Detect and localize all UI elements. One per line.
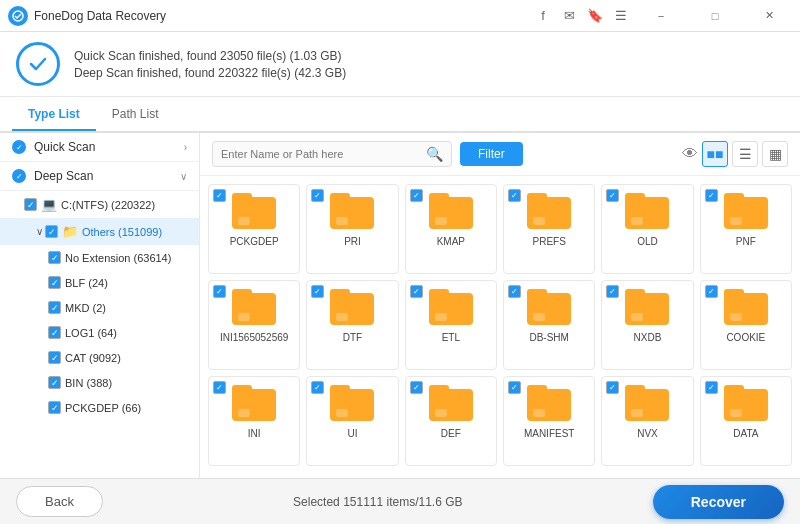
toolbar: 🔍 Filter 👁 ■■ ☰ ▦ bbox=[200, 133, 800, 176]
file-checkbox[interactable] bbox=[213, 381, 226, 394]
quick-scan-label: Quick Scan bbox=[34, 140, 95, 154]
file-checkbox[interactable] bbox=[508, 381, 521, 394]
sub-item-checkbox[interactable] bbox=[48, 401, 61, 414]
back-button[interactable]: Back bbox=[16, 486, 103, 517]
tab-type-list[interactable]: Type List bbox=[12, 99, 96, 131]
file-name: INI1565052569 bbox=[220, 331, 288, 344]
file-item[interactable]: DB-SHM bbox=[503, 280, 595, 370]
folder-icon bbox=[429, 385, 473, 421]
file-item[interactable]: PNF bbox=[700, 184, 792, 274]
file-item[interactable]: OLD bbox=[601, 184, 693, 274]
others-checkbox[interactable] bbox=[45, 225, 58, 238]
message-icon[interactable]: ✉ bbox=[560, 7, 578, 25]
sidebar-sub-item[interactable]: MKD (2) bbox=[0, 295, 199, 320]
file-name: DTF bbox=[343, 331, 362, 344]
status-text: Selected 151111 items/11.6 GB bbox=[293, 495, 462, 509]
deep-scan-chevron: ∨ bbox=[180, 171, 187, 182]
file-item[interactable]: DEF bbox=[405, 376, 497, 466]
file-name: MANIFEST bbox=[524, 427, 575, 440]
sidebar-sub-item[interactable]: CAT (9092) bbox=[0, 345, 199, 370]
filter-button[interactable]: Filter bbox=[460, 142, 523, 166]
others-folder-icon: 📁 bbox=[62, 224, 78, 239]
file-checkbox[interactable] bbox=[705, 381, 718, 394]
folder-icon bbox=[527, 193, 571, 229]
drive-icon: 💻 bbox=[41, 197, 57, 212]
sub-item-checkbox[interactable] bbox=[48, 351, 61, 364]
folder-icon bbox=[625, 193, 669, 229]
file-name: PREFS bbox=[532, 235, 565, 248]
file-checkbox[interactable] bbox=[410, 381, 423, 394]
file-checkbox[interactable] bbox=[606, 189, 619, 202]
folder-icon bbox=[527, 385, 571, 421]
file-checkbox[interactable] bbox=[508, 189, 521, 202]
minimize-button[interactable]: − bbox=[638, 0, 684, 32]
file-item[interactable]: INI bbox=[208, 376, 300, 466]
folder-icon bbox=[625, 385, 669, 421]
sidebar-sub-item[interactable]: BLF (24) bbox=[0, 270, 199, 295]
detail-view-button[interactable]: ▦ bbox=[762, 141, 788, 167]
file-checkbox[interactable] bbox=[213, 189, 226, 202]
sub-item-checkbox[interactable] bbox=[48, 326, 61, 339]
file-checkbox[interactable] bbox=[508, 285, 521, 298]
file-item[interactable]: UI bbox=[306, 376, 398, 466]
others-label: Others (151099) bbox=[82, 226, 162, 238]
file-item[interactable]: MANIFEST bbox=[503, 376, 595, 466]
sidebar-sub-item[interactable]: BIN (388) bbox=[0, 370, 199, 395]
facebook-icon[interactable]: f bbox=[534, 7, 552, 25]
file-name: KMAP bbox=[437, 235, 465, 248]
sub-item-label: BLF (24) bbox=[65, 277, 108, 289]
close-button[interactable]: ✕ bbox=[746, 0, 792, 32]
file-item[interactable]: DATA bbox=[700, 376, 792, 466]
file-checkbox[interactable] bbox=[410, 189, 423, 202]
sidebar-sub-item[interactable]: LOG1 (64) bbox=[0, 320, 199, 345]
sub-item-label: BIN (388) bbox=[65, 377, 112, 389]
file-checkbox[interactable] bbox=[705, 189, 718, 202]
file-name: NVX bbox=[637, 427, 658, 440]
file-item[interactable]: NVX bbox=[601, 376, 693, 466]
folder-icon bbox=[724, 193, 768, 229]
sidebar-others-folder[interactable]: ∨ 📁 Others (151099) bbox=[0, 218, 199, 245]
file-item[interactable]: KMAP bbox=[405, 184, 497, 274]
file-item[interactable]: PREFS bbox=[503, 184, 595, 274]
app-body: Quick Scan finished, found 23050 file(s)… bbox=[0, 32, 800, 524]
sidebar-sub-item[interactable]: No Extension (63614) bbox=[0, 245, 199, 270]
file-name: INI bbox=[248, 427, 261, 440]
deep-scan-label: Deep Scan bbox=[34, 169, 93, 183]
file-checkbox[interactable] bbox=[705, 285, 718, 298]
grid-view-button[interactable]: ■■ bbox=[702, 141, 728, 167]
sub-item-checkbox[interactable] bbox=[48, 251, 61, 264]
eye-icon[interactable]: 👁 bbox=[682, 145, 698, 163]
drive-checkbox[interactable] bbox=[24, 198, 37, 211]
file-checkbox[interactable] bbox=[311, 285, 324, 298]
sub-item-checkbox[interactable] bbox=[48, 276, 61, 289]
file-item[interactable]: ETL bbox=[405, 280, 497, 370]
sidebar-drive-item[interactable]: 💻 C:(NTFS) (220322) bbox=[0, 191, 199, 218]
header-text-block: Quick Scan finished, found 23050 file(s)… bbox=[74, 49, 346, 80]
tab-path-list[interactable]: Path List bbox=[96, 99, 175, 131]
sub-item-checkbox[interactable] bbox=[48, 376, 61, 389]
file-item[interactable]: PCKGDEP bbox=[208, 184, 300, 274]
search-input[interactable] bbox=[221, 148, 426, 160]
file-checkbox[interactable] bbox=[213, 285, 226, 298]
recover-button[interactable]: Recover bbox=[653, 485, 784, 519]
file-checkbox[interactable] bbox=[410, 285, 423, 298]
file-item[interactable]: COOKIE bbox=[700, 280, 792, 370]
file-name: OLD bbox=[637, 235, 658, 248]
search-icon: 🔍 bbox=[426, 146, 443, 162]
file-item[interactable]: INI1565052569 bbox=[208, 280, 300, 370]
maximize-button[interactable]: □ bbox=[692, 0, 738, 32]
sub-item-checkbox[interactable] bbox=[48, 301, 61, 314]
sidebar-quick-scan[interactable]: Quick Scan › bbox=[0, 133, 199, 162]
bookmark-icon[interactable]: 🔖 bbox=[586, 7, 604, 25]
sidebar-sub-item[interactable]: PCKGDEP (66) bbox=[0, 395, 199, 420]
sidebar-deep-scan[interactable]: Deep Scan ∨ bbox=[0, 162, 199, 191]
list-view-button[interactable]: ☰ bbox=[732, 141, 758, 167]
menu-icon[interactable]: ☰ bbox=[612, 7, 630, 25]
file-checkbox[interactable] bbox=[311, 381, 324, 394]
file-checkbox[interactable] bbox=[311, 189, 324, 202]
file-checkbox[interactable] bbox=[606, 381, 619, 394]
file-checkbox[interactable] bbox=[606, 285, 619, 298]
file-item[interactable]: DTF bbox=[306, 280, 398, 370]
file-item[interactable]: NXDB bbox=[601, 280, 693, 370]
file-item[interactable]: PRI bbox=[306, 184, 398, 274]
